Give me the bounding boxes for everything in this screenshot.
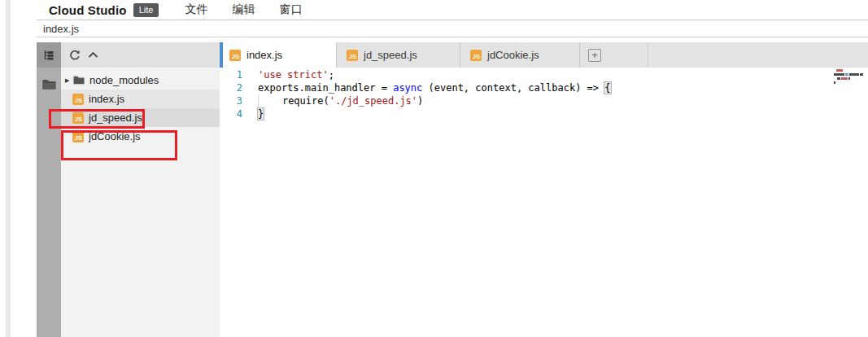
- collapse-up-icon[interactable]: [88, 51, 98, 59]
- tab-jdcookie-js[interactable]: JSjdCookie.js: [460, 42, 580, 68]
- minimap[interactable]: [834, 69, 866, 85]
- activity-bar: [37, 42, 61, 337]
- code-line-4[interactable]: 4}: [220, 107, 868, 120]
- explorer-toolbar: [61, 42, 220, 68]
- js-file-icon: JS: [72, 112, 84, 124]
- tree-item-label: node_modules: [89, 74, 159, 86]
- new-tab-cell: +: [580, 42, 648, 68]
- tree-item-label: jd_speed.js: [89, 112, 142, 124]
- js-file-icon: JS: [72, 131, 84, 142]
- breadcrumb-filename: index.js: [43, 23, 79, 35]
- line-number: 4: [220, 107, 242, 120]
- file-tree: ▶node_modulesJSindex.jsJSjd_speed.jsJSjd…: [61, 71, 220, 146]
- code-text: exports.main_handler = async (event, con…: [258, 81, 611, 94]
- code-content: 1'use strict';2exports.main_handler = as…: [220, 68, 868, 120]
- tree-item-label: index.js: [89, 93, 124, 105]
- page-scrollbar[interactable]: [6, 0, 11, 337]
- code-line-3[interactable]: 3 require('./jd_speed.js'): [220, 94, 868, 107]
- menu-item-0[interactable]: 文件: [185, 2, 207, 17]
- folder-icon: [42, 79, 56, 90]
- tree-item-label: jdCookie.js: [89, 130, 141, 142]
- code-line-1[interactable]: 1'use strict';: [220, 68, 868, 81]
- code-text: }: [258, 107, 264, 120]
- expand-arrow-icon[interactable]: ▶: [65, 77, 73, 84]
- line-number: 2: [220, 81, 242, 94]
- refresh-icon[interactable]: [69, 50, 81, 61]
- tree-item-jdcookie-js[interactable]: JSjdCookie.js: [61, 127, 220, 146]
- js-file-icon: JS: [347, 50, 358, 61]
- new-tab-plus-icon[interactable]: +: [588, 49, 601, 62]
- menu-item-1[interactable]: 编辑: [232, 2, 255, 17]
- js-file-icon: JS: [470, 50, 482, 61]
- js-file-icon: JS: [72, 94, 84, 105]
- tree-item-jd_speed-js[interactable]: JSjd_speed.js: [61, 108, 220, 127]
- file-tree-icon: [42, 49, 55, 62]
- lite-badge: Lite: [133, 3, 159, 17]
- tree-item-index-js[interactable]: JSindex.js: [61, 90, 220, 108]
- line-number: 1: [220, 68, 242, 81]
- code-line-2[interactable]: 2exports.main_handler = async (event, co…: [220, 81, 868, 94]
- tab-label: jdCookie.js: [487, 49, 539, 61]
- file-explorer: ▶node_modulesJSindex.jsJSjd_speed.jsJSjd…: [61, 42, 220, 337]
- js-file-icon: JS: [229, 50, 241, 61]
- folder-icon: [73, 76, 85, 85]
- cloud-studio-window: Cloud Studio Lite 文件编辑窗口 index.js: [0, 0, 868, 337]
- tab-index-js[interactable]: JSindex.js: [220, 42, 337, 68]
- tab-label: jd_speed.js: [364, 49, 417, 61]
- breadcrumb: index.js: [37, 20, 868, 37]
- tab-label: index.js: [246, 49, 282, 61]
- code-text: 'use strict';: [258, 68, 334, 81]
- menu-item-2[interactable]: 窗口: [279, 2, 302, 17]
- file-tree-view-button[interactable]: [37, 42, 61, 68]
- line-number: 3: [220, 94, 242, 107]
- tab-jd_speed-js[interactable]: JSjd_speed.js: [337, 42, 460, 68]
- app-logo: Cloud Studio: [49, 3, 127, 17]
- code-editor[interactable]: 1'use strict';2exports.main_handler = as…: [220, 68, 868, 337]
- code-text: require('./jd_speed.js'): [258, 94, 423, 107]
- tab-bar: JSindex.jsJSjd_speed.jsJSjdCookie.js+: [220, 42, 868, 68]
- menu-list: 文件编辑窗口: [185, 2, 326, 17]
- tree-item-node_modules[interactable]: ▶node_modules: [61, 71, 220, 90]
- menubar: Cloud Studio Lite 文件编辑窗口: [37, 0, 868, 20]
- folder-view-button[interactable]: [37, 72, 61, 96]
